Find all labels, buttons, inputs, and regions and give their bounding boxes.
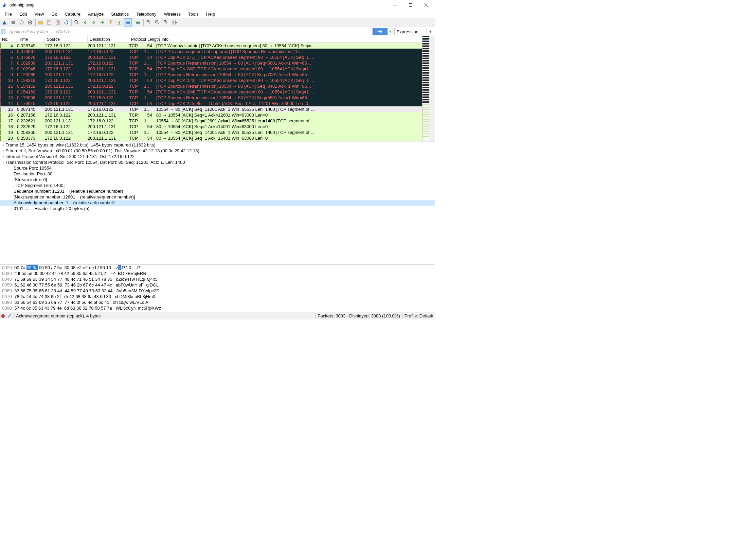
packet-bytes-pane[interactable]: 0020 00 7a 29 3a 00 50 a7 5c 30 08 e2 e2…	[0, 264, 435, 312]
packet-row[interactable]: 180.232629172.16.0.122200.121.1.131TCP54…	[0, 124, 422, 129]
detail-row[interactable]: 0101 .... = Header Length: 20 bytes (5)	[0, 206, 435, 211]
menu-analyze[interactable]: Analyze	[85, 11, 107, 17]
minimize-button[interactable]	[387, 0, 403, 10]
maximize-button[interactable]	[403, 0, 418, 10]
detail-row[interactable]: Sequence number: 11201 (relative sequenc…	[0, 188, 435, 194]
svg-rect-23	[136, 23, 140, 24]
hex-row[interactable]: 0060 33 56 75 35 65 61 33 4d 44 59 77 49…	[2, 288, 433, 294]
menu-file[interactable]: File	[1, 11, 15, 17]
zoom-reset-icon[interactable]: 1	[162, 18, 170, 27]
menu-statistics[interactable]: Statistics	[108, 11, 132, 17]
packet-row[interactable]: 40.025749172.16.0.122200.121.1.131TCP54[…	[0, 43, 422, 49]
packet-row[interactable]: 150.207145200.121.1.131172.16.0.122TCP14…	[0, 106, 422, 112]
add-filter-button[interactable]: +	[427, 28, 434, 35]
packet-row[interactable]: 170.232621200.121.1.131172.16.0.122TCP14…	[0, 118, 422, 124]
packet-list-pane: No. Time Source Destination Protocol Len…	[0, 36, 435, 141]
display-filter-input[interactable]	[7, 28, 373, 35]
detail-row[interactable]: [Stream index: 0]	[0, 177, 435, 183]
menu-help[interactable]: Help	[203, 11, 219, 17]
packet-row[interactable]: 130.179906200.121.1.131172.16.0.122TCP14…	[0, 95, 422, 101]
hex-row[interactable]: 0080 63 66 54 63 69 35 6a 77 77 4c 2f 56…	[2, 300, 433, 306]
packet-row[interactable]: 110.154162200.121.1.131172.16.0.122TCP14…	[0, 83, 422, 89]
detail-row[interactable]: ›Ethernet II, Src: Vmware_c0:00:01 (00:5…	[0, 148, 435, 154]
goto-packet-icon[interactable]	[98, 18, 106, 27]
autoscroll-icon[interactable]	[124, 18, 132, 27]
goto-first-icon[interactable]	[107, 18, 115, 27]
menu-go[interactable]: Go	[48, 11, 60, 17]
menu-edit[interactable]: Edit	[16, 11, 30, 17]
detail-row[interactable]: [TCP Segment Len: 1400]	[0, 183, 435, 188]
packet-row[interactable]: 100.128319172.16.0.122200.121.1.131TCP54…	[0, 77, 422, 83]
packet-list-scrollbar[interactable]	[429, 36, 435, 141]
menu-telephony[interactable]: Telephony	[133, 11, 160, 17]
packet-minimap[interactable]	[422, 36, 429, 141]
menu-wireless[interactable]: Wireless	[160, 11, 184, 17]
column-info[interactable]: Info	[160, 36, 422, 42]
filter-history-dropdown[interactable]: ▼	[388, 28, 393, 35]
close-file-icon[interactable]	[54, 18, 62, 27]
menu-bar: FileEditViewGoCaptureAnalyzeStatisticsTe…	[0, 10, 435, 18]
svg-rect-22	[136, 22, 140, 23]
edit-preferences-icon[interactable]	[7, 313, 12, 319]
hex-row[interactable]: 0090 57 4c 6c 35 63 43 79 4e 6d 63 36 52…	[2, 306, 433, 311]
close-button[interactable]	[418, 0, 434, 10]
main-toolbar: 1	[0, 18, 435, 27]
reload-file-icon[interactable]	[62, 18, 70, 27]
zoom-out-icon[interactable]	[153, 18, 161, 27]
svg-rect-36	[10, 314, 11, 315]
start-capture-icon[interactable]	[1, 18, 9, 27]
svg-line-14	[77, 23, 78, 24]
colorize-icon[interactable]	[134, 18, 142, 27]
column-no[interactable]: No.	[0, 36, 17, 42]
restart-capture-icon[interactable]	[18, 18, 26, 27]
packet-row[interactable]: 200.258373172.16.0.122200.121.1.131TCP54…	[0, 135, 422, 141]
go-forward-icon[interactable]	[90, 18, 98, 27]
packet-row[interactable]: 90.128285200.121.1.131172.16.0.122TCP145…	[0, 72, 422, 77]
column-destination[interactable]: Destination	[88, 36, 129, 42]
detail-row[interactable]: [Next sequence number: 12601 (relative s…	[0, 194, 435, 200]
hex-row[interactable]: 0040 71 5a 69 63 39 34 54 77 48 4c 71 46…	[2, 277, 433, 282]
detail-row[interactable]: ›Internet Protocol Version 4, Src: 200.1…	[0, 154, 435, 159]
detail-row[interactable]: Source Port: 10554	[0, 165, 435, 171]
packet-row[interactable]: 70.102939200.121.1.131172.16.0.122TCP145…	[0, 60, 422, 66]
detail-row[interactable]: ⌄Transmission Control Protocol, Src Port…	[0, 159, 435, 165]
packet-row[interactable]: 190.258365200.121.1.131172.16.0.122TCP14…	[0, 129, 422, 135]
hex-row[interactable]: 0050 61 62 46 30 77 55 6e 59 73 46 2b 67…	[2, 282, 433, 288]
menu-tools[interactable]: Tools	[185, 11, 202, 17]
svg-text:1: 1	[164, 20, 167, 23]
detail-row[interactable]: ›Frame 15: 1454 bytes on wire (11632 bit…	[0, 142, 435, 148]
bookmark-icon[interactable]	[1, 29, 6, 34]
status-profile[interactable]: Profile: Default	[404, 313, 433, 318]
column-time[interactable]: Time	[17, 36, 45, 42]
packet-row[interactable]: 80.102946172.16.0.122200.121.1.131TCP54[…	[0, 66, 422, 72]
apply-filter-button[interactable]	[373, 28, 388, 35]
go-back-icon[interactable]	[81, 18, 89, 27]
detail-row[interactable]: Acknowledgment number: 1 (relative ack n…	[0, 200, 435, 206]
hex-row[interactable]: 0070 78 4c 44 4d 74 38 6b 2f 75 42 68 38…	[2, 294, 433, 300]
packet-row[interactable]: 60.076978172.16.0.122200.121.1.131TCP54[…	[0, 54, 422, 60]
column-protocol[interactable]: Protocol	[129, 36, 145, 42]
packet-row[interactable]: 140.179915172.16.0.122200.121.1.131TCP54…	[0, 101, 422, 106]
detail-row[interactable]: Destination Port: 80	[0, 171, 435, 177]
packet-row[interactable]: 160.207156172.16.0.122200.121.1.131TCP54…	[0, 112, 422, 118]
capture-options-icon[interactable]	[26, 18, 34, 27]
hex-row[interactable]: 0030 ff ff bc 5e 00 00 42 4f 78 42 56 35…	[2, 271, 433, 277]
open-file-icon[interactable]	[37, 18, 45, 27]
zoom-in-icon[interactable]	[145, 18, 153, 27]
menu-view[interactable]: View	[31, 11, 47, 17]
packet-details-pane[interactable]: ›Frame 15: 1454 bytes on wire (11632 bit…	[0, 141, 435, 264]
packet-row[interactable]: 120.154169172.16.0.122200.121.1.131TCP54…	[0, 89, 422, 95]
goto-last-icon[interactable]	[115, 18, 123, 27]
menu-capture[interactable]: Capture	[61, 11, 84, 17]
column-source[interactable]: Source	[45, 36, 88, 42]
stop-capture-icon[interactable]	[9, 18, 17, 27]
expression-button[interactable]: Expression…	[394, 28, 425, 35]
column-length[interactable]: Length	[145, 36, 160, 42]
save-file-icon[interactable]	[45, 18, 53, 27]
expert-info-icon[interactable]	[1, 314, 5, 318]
hex-row[interactable]: 0020 00 7a 29 3a 00 50 a7 5c 30 08 e2 e2…	[2, 265, 433, 271]
window-title: odd-http.pcap	[10, 3, 387, 7]
packet-row[interactable]: 50.076967200.121.1.131172.16.0.122TCP145…	[0, 49, 422, 54]
resize-columns-icon[interactable]	[170, 18, 178, 27]
find-packet-icon[interactable]	[73, 18, 81, 27]
